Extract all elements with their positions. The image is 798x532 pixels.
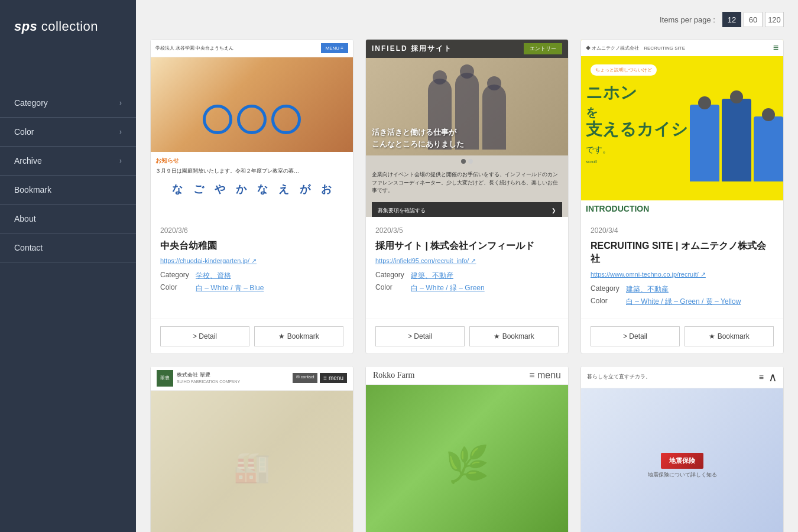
- card-5-image: Rokko Farm ≡ menu 🌿: [366, 366, 568, 532]
- logo-collection: collection: [41, 19, 98, 34]
- card-2-bookmark-button[interactable]: ★ Bookmark: [469, 326, 559, 346]
- card-5: Rokko Farm ≡ menu 🌿: [365, 366, 569, 532]
- main-content: Items per page : 12 60 120 学校法人 水谷学園 中央台…: [136, 0, 798, 532]
- sidebar-item-label: Archive: [14, 156, 42, 166]
- card-4: 翠豊 株式会社 翠豊SUIHO FABRICATION COMPANY ✉ co…: [150, 366, 353, 532]
- card-1-category-value: 学校、資格: [196, 271, 231, 281]
- card-3-body: 2020/3/4 RECRUITING SITE | オムニテクノ株式会社 ht…: [581, 217, 783, 319]
- sidebar-item-label: Category: [14, 98, 48, 108]
- chevron-right-icon: ›: [119, 99, 122, 107]
- sidebar-item-category[interactable]: Category ›: [0, 89, 136, 118]
- sidebar-item-label: Bookmark: [14, 185, 51, 194]
- card-3-category: Category 建築、不動産: [591, 284, 774, 294]
- card-3-actions: > Detail ★ Bookmark: [581, 319, 783, 353]
- card-3-color: Color 白 – White / 緑 – Green / 黄 – Yellow: [591, 297, 774, 307]
- card-2-detail-button[interactable]: > Detail: [375, 326, 465, 346]
- card-3: ◆ オムニテクノ株式会社 RECRUITING SITE ≡ ちょっと説明しづら…: [580, 39, 784, 354]
- sidebar-nav: Category › Color › Archive › Bookmark Ab…: [0, 89, 136, 262]
- sidebar-item-archive[interactable]: Archive ›: [0, 147, 136, 176]
- chevron-right-icon: ›: [119, 157, 122, 165]
- ipp-12-button[interactable]: 12: [722, 12, 741, 27]
- card-1-date: 2020/3/6: [160, 226, 343, 235]
- card-1-body: 2020/3/6 中央台幼稚園 https://chuodai-kinderga…: [151, 217, 353, 319]
- chevron-right-icon: ›: [119, 128, 122, 136]
- card-1-color: Color 白 – White / 青 – Blue: [160, 283, 343, 293]
- card-3-date: 2020/3/4: [591, 226, 774, 235]
- items-per-page-control: Items per page : 12 60 120: [150, 12, 784, 27]
- ipp-120-button[interactable]: 120: [765, 12, 784, 27]
- card-1-actions: > Detail ★ Bookmark: [151, 319, 353, 353]
- sidebar-item-about[interactable]: About: [0, 205, 136, 233]
- ipp-60-button[interactable]: 60: [744, 12, 763, 27]
- card-2-color: Color 白 – White / 緑 – Green: [375, 283, 559, 293]
- card-2-color-value: 白 – White / 緑 – Green: [411, 283, 485, 293]
- card-3-detail-button[interactable]: > Detail: [591, 326, 680, 346]
- card-3-category-value: 建築、不動産: [626, 284, 669, 294]
- card-2-image: INFIELD 採用サイト エントリー 活き活きと働ける仕事がこんなところにあり…: [366, 40, 568, 217]
- card-3-color-value: 白 – White / 緑 – Green / 黄 – Yellow: [626, 297, 741, 307]
- card-6-image: 暮らしを立て直すチカラ。 ≡ ∧ 地震保険 地震保険について詳しく知る: [581, 366, 783, 532]
- card-3-image: ◆ オムニテクノ株式会社 RECRUITING SITE ≡ ちょっと説明しづら…: [581, 40, 783, 217]
- items-per-page-label: Items per page :: [660, 15, 715, 24]
- card-1-image: 学校法人 水谷学園 中央台ようちえん MENU ≡ お知らせ ３月９日は: [151, 40, 353, 217]
- card-4-image: 翠豊 株式会社 翠豊SUIHO FABRICATION COMPANY ✉ co…: [151, 366, 353, 532]
- sidebar: sps collection Category › Color › Archiv…: [0, 0, 136, 532]
- logo: sps collection: [14, 19, 98, 34]
- sidebar-item-contact[interactable]: Contact: [0, 233, 136, 262]
- logo-area: sps collection: [0, 0, 136, 53]
- sidebar-item-label: Color: [14, 127, 34, 137]
- card-1-title: 中央台幼稚園: [160, 239, 343, 252]
- card-2-body: 2020/3/5 採用サイト | 株式会社インフィールド https://inf…: [366, 217, 568, 319]
- card-3-title: RECRUITING SITE | オムニテクノ株式会社: [591, 239, 774, 266]
- card-1-color-value: 白 – White / 青 – Blue: [196, 283, 264, 293]
- card-1-detail-button[interactable]: > Detail: [160, 326, 249, 346]
- card-2: INFIELD 採用サイト エントリー 活き活きと働ける仕事がこんなところにあり…: [365, 39, 569, 354]
- card-1-url[interactable]: https://chuodai-kindergarten.jp/ ↗: [160, 257, 343, 265]
- card-1-bookmark-button[interactable]: ★ Bookmark: [254, 326, 343, 346]
- card-3-url[interactable]: https://www.omni-techno.co.jp/recruit/ ↗: [591, 271, 774, 278]
- card-2-category: Category 建築、不動産: [375, 271, 559, 281]
- sidebar-item-color[interactable]: Color ›: [0, 118, 136, 147]
- card-2-category-value: 建築、不動産: [411, 271, 453, 281]
- card-3-bookmark-button[interactable]: ★ Bookmark: [685, 326, 774, 346]
- card-grid: 学校法人 水谷学園 中央台ようちえん MENU ≡ お知らせ ３月９日は: [150, 39, 784, 532]
- logo-sps: sps: [14, 19, 37, 34]
- sidebar-item-bookmark[interactable]: Bookmark: [0, 176, 136, 205]
- card-2-title: 採用サイト | 株式会社インフィールド: [375, 239, 559, 252]
- card-2-actions: > Detail ★ Bookmark: [366, 319, 568, 353]
- sidebar-item-label: About: [14, 214, 36, 223]
- card-2-url[interactable]: https://infield95.com/recruit_info/ ↗: [375, 257, 559, 265]
- card-2-date: 2020/3/5: [375, 226, 559, 235]
- card-1-category: Category 学校、資格: [160, 271, 343, 281]
- sidebar-item-label: Contact: [14, 243, 43, 252]
- card-6: 暮らしを立て直すチカラ。 ≡ ∧ 地震保険 地震保険について詳しく知る: [580, 366, 784, 532]
- card-1: 学校法人 水谷学園 中央台ようちえん MENU ≡ お知らせ ３月９日は: [150, 39, 353, 354]
